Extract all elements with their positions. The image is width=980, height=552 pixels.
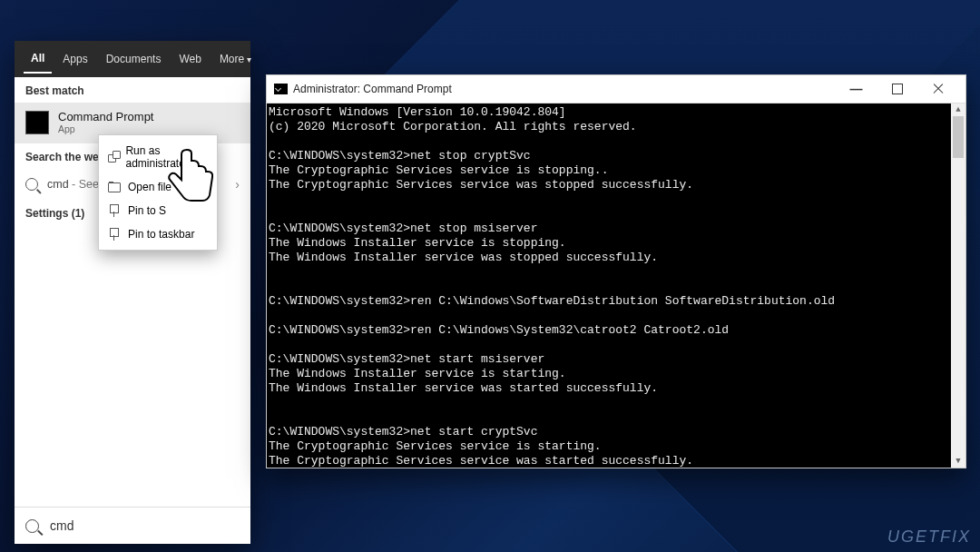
tab-more[interactable]: More <box>212 45 259 73</box>
minimize-icon: — <box>850 82 863 96</box>
search-icon <box>25 178 38 191</box>
start-search-panel: All Apps Documents Web More Best match C… <box>15 41 250 544</box>
scrollbar[interactable]: ▲ ▼ <box>951 104 965 468</box>
best-match-subtitle: App <box>58 123 153 134</box>
terminal-output[interactable]: Microsoft Windows [Version 10.0.19042.80… <box>267 104 965 468</box>
search-input[interactable] <box>48 518 240 534</box>
search-icon <box>25 519 39 533</box>
context-menu: Run as administrator Open file Pin to S … <box>98 134 218 251</box>
search-input-box[interactable] <box>15 507 250 544</box>
scroll-down-icon[interactable]: ▼ <box>951 455 965 468</box>
menu-pin-to-taskbar[interactable]: Pin to taskbar <box>99 222 217 246</box>
pin-icon <box>108 204 121 217</box>
tab-apps[interactable]: Apps <box>55 45 94 73</box>
watermark-text: UGETFIX <box>887 527 971 547</box>
menu-open-file-location[interactable]: Open file <box>99 175 217 199</box>
window-controls: — <box>836 75 958 103</box>
tab-web[interactable]: Web <box>172 45 208 73</box>
window-title: Administrator: Command Prompt <box>293 83 452 95</box>
close-button[interactable] <box>917 75 958 103</box>
folder-icon <box>108 181 121 193</box>
chevron-right-icon: › <box>235 177 240 192</box>
tab-documents[interactable]: Documents <box>99 45 169 73</box>
maximize-icon <box>892 84 903 94</box>
command-prompt-window: Administrator: Command Prompt — Microsof… <box>266 74 966 468</box>
terminal-text: Microsoft Windows [Version 10.0.19042.80… <box>269 105 835 468</box>
scroll-thumb[interactable] <box>953 116 964 158</box>
search-tabs: All Apps Documents Web More <box>15 41 250 77</box>
window-titlebar[interactable]: Administrator: Command Prompt — <box>267 75 965 104</box>
pin-icon <box>108 228 121 241</box>
close-icon <box>932 83 945 95</box>
tab-all[interactable]: All <box>24 44 52 74</box>
cmd-icon <box>274 84 288 94</box>
menu-label: Pin to taskbar <box>128 228 194 241</box>
minimize-button[interactable]: — <box>836 75 877 103</box>
admin-shield-icon <box>108 151 118 163</box>
maximize-button[interactable] <box>877 75 917 103</box>
menu-label: Open file <box>128 181 172 193</box>
best-match-header: Best match <box>15 77 250 103</box>
menu-label: Run as administrator <box>125 144 208 170</box>
command-prompt-icon <box>25 111 49 134</box>
scroll-up-icon[interactable]: ▲ <box>951 104 965 116</box>
menu-label: Pin to S <box>128 204 166 217</box>
menu-pin-to-start[interactable]: Pin to S <box>99 199 217 222</box>
best-match-title: Command Prompt <box>58 110 153 123</box>
menu-run-as-administrator[interactable]: Run as administrator <box>99 139 217 175</box>
web-result-query: cmd <box>47 178 69 191</box>
